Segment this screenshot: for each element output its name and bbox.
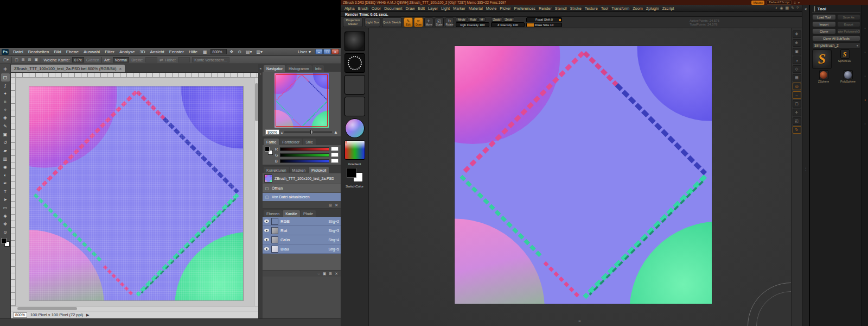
ps-canvas[interactable] [11, 78, 258, 306]
dock-grip-icon[interactable]: ▪ [260, 72, 261, 76]
healing-brush-tool[interactable]: ✚ [1, 114, 10, 122]
zbrush-menu-item[interactable]: Zscript [661, 6, 676, 11]
status-flyout-icon[interactable]: ▶ [86, 313, 89, 317]
history-snapshot-row[interactable]: ZBrush_TTT_100x100_test_2a.PSD [263, 173, 341, 184]
rgb-intensity-slider[interactable]: Rgb Intensity 100 [456, 22, 489, 27]
ps-menu-item[interactable]: Bild [52, 49, 63, 54]
close-button[interactable]: × [331, 49, 339, 54]
focal-shift-slider[interactable]: Focal Shift 0 [526, 17, 562, 22]
material-quick-icon[interactable]: ◐ [774, 6, 778, 10]
pen-tool[interactable]: ✒ [1, 179, 10, 187]
zbrush-menu-item[interactable]: Preferences [513, 6, 537, 11]
help-icon[interactable]: ? [795, 6, 800, 10]
zbrush-canvas[interactable]: ≡ [369, 28, 791, 326]
zoom-tool[interactable]: ⊙ [1, 228, 10, 236]
delete-state-icon[interactable]: ✕ [335, 203, 338, 208]
tray-edge-icon[interactable]: ▫ [864, 74, 865, 78]
panel-tab[interactable]: Farbfelder [279, 139, 302, 145]
panel-tab[interactable]: Pfade [301, 210, 316, 217]
visibility-eye-icon[interactable] [264, 220, 269, 223]
crop-tool[interactable]: ⌗ [1, 98, 10, 106]
blur-tool[interactable]: ◉ [1, 163, 10, 171]
selection-add-icon[interactable]: ⊞ [21, 58, 25, 62]
eyedropper-tool[interactable]: ✧ [1, 106, 10, 114]
navigator-preview[interactable] [275, 73, 329, 128]
color-value-field[interactable] [331, 147, 339, 151]
dodge-tool[interactable]: ◐ [1, 171, 10, 179]
antialias-checkbox-label[interactable]: Glätten [86, 58, 99, 62]
tray-edge-icon[interactable]: ▪ [864, 98, 865, 102]
horizontal-scrollbar[interactable] [11, 306, 258, 311]
tray-edge-icon[interactable]: ▫ [864, 122, 865, 126]
ps-menu-item[interactable]: Datei [11, 49, 25, 54]
zbrush-menu-item[interactable]: Material [467, 6, 484, 11]
arrange-documents-icon[interactable]: ▤▾ [245, 49, 253, 54]
selection-new-icon[interactable]: ▢ [14, 58, 19, 62]
zbrush-menu-item[interactable]: Light [439, 6, 451, 11]
persp-icon[interactable]: ◇ [793, 65, 801, 73]
draw-size-slider[interactable]: Draw Size 10 [526, 23, 562, 28]
hand-tool-icon[interactable]: ✥ [229, 49, 235, 54]
mouse-badge[interactable]: Mouse [751, 1, 764, 5]
alpha-slot[interactable] [344, 75, 365, 95]
zbrush-menu-item[interactable]: Stroke [569, 6, 583, 11]
tool-item-sphere3d[interactable]: S Sphere3D [833, 49, 856, 69]
ps-menu-item[interactable]: Ebene [64, 49, 81, 54]
zbrush-menu-item[interactable]: Marker [451, 6, 467, 11]
zoom-in-icon[interactable]: ▲ [334, 130, 338, 135]
eraser-tool[interactable]: ▰ [1, 147, 10, 155]
current-tool-thumbnail[interactable]: S [812, 49, 832, 69]
zoom-level-field[interactable]: 800% [210, 49, 227, 54]
frame-icon[interactable]: ▢ [793, 100, 801, 108]
color-slider[interactable] [280, 159, 329, 163]
current-brush-thumbnail[interactable] [344, 32, 365, 51]
ps-menu-item[interactable]: Hilfe [187, 49, 200, 54]
ps-menu-item[interactable]: Ansicht [148, 49, 167, 54]
default-zscript-badge[interactable]: DefaultZScript [767, 0, 792, 5]
divider-grip-icon[interactable]: ⋮ [803, 166, 808, 171]
tool-palette-header[interactable]: ┃ Tool [812, 6, 860, 13]
channel-row[interactable]: Rot Strg+3 [263, 226, 341, 235]
tool-tray-button[interactable]: Import [812, 21, 836, 27]
shape-tool[interactable]: ▭ [1, 204, 10, 212]
light-box-button[interactable]: Light Box [365, 17, 380, 27]
color-picker[interactable]: 0 [344, 140, 365, 160]
m-button[interactable]: M [478, 17, 486, 22]
actual-size-icon[interactable]: ▣ [793, 48, 801, 55]
floor-icon[interactable]: ▦ [793, 74, 801, 82]
main-color-swatch[interactable] [347, 168, 356, 178]
history-brush-tool[interactable]: ↺ [1, 139, 10, 147]
zoom-out-icon[interactable]: ▴ [281, 130, 283, 134]
swap-dimensions-icon[interactable]: ⇄ [159, 58, 163, 62]
texture-slot[interactable] [344, 97, 365, 116]
document-tab[interactable]: ZBrush_TTT_100x100_test_2a.PSD bei 800% … [11, 65, 125, 72]
maximize-button[interactable]: □ [323, 49, 331, 54]
tool-tray-button[interactable]: Clone [812, 28, 836, 34]
vertical-scrollbar[interactable] [254, 78, 258, 306]
height-field[interactable] [178, 57, 190, 62]
switchcolor-label[interactable]: SwitchColor [346, 184, 363, 188]
collapse-tray-icon[interactable]: < [805, 7, 807, 11]
view-extras-icon[interactable]: ▦ [202, 49, 208, 54]
tray-divider[interactable]: < ⋮ [802, 5, 809, 326]
clone-all-subtools-button[interactable]: Clone All SubTools [812, 35, 860, 41]
clone-stamp-tool[interactable]: ▣ [1, 130, 10, 139]
photoshop-app-icon[interactable]: Ps [2, 49, 9, 55]
close-tab-icon[interactable]: × [119, 66, 122, 71]
panel-tab[interactable]: Histogramm [286, 65, 312, 72]
color-slider[interactable] [280, 147, 329, 151]
tool-preset-icon[interactable]: ▢▾ [3, 58, 9, 62]
collapse-panels-icon[interactable]: ◂ [259, 66, 261, 70]
marquee-tool[interactable]: ▢ [1, 73, 10, 82]
status-zoom-field[interactable]: 800% [13, 312, 27, 318]
stroke-type-thumbnail[interactable] [344, 53, 365, 73]
ps-menu-item[interactable]: Analyse [117, 49, 137, 54]
type-tool[interactable]: T [1, 187, 10, 196]
panel-tab[interactable]: Stile [303, 139, 316, 145]
zbrush-menu-item[interactable]: Document [382, 6, 404, 11]
zbrush-menu-item[interactable]: Zoom [631, 6, 644, 11]
hand-tool[interactable]: ✥ [1, 220, 10, 228]
zbrush-menu-item[interactable]: Picker [498, 6, 512, 11]
document-image[interactable] [29, 86, 243, 300]
refine-edge-button[interactable]: Kante verbessern... [192, 57, 229, 62]
